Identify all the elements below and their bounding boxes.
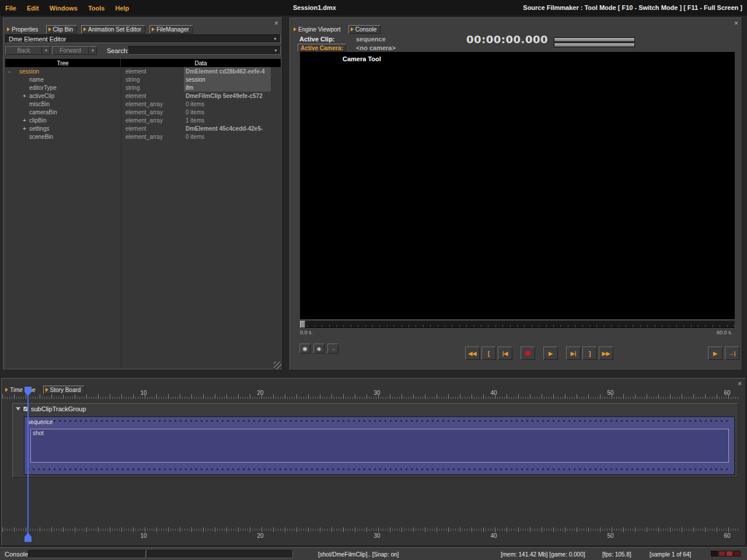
track-group-label: subClipTrackGroup xyxy=(31,405,86,412)
attr-value[interactable]: DmElement 45c4cedd-42e5- xyxy=(184,124,271,132)
tab-filemanager[interactable]: FileManager xyxy=(149,25,193,34)
mark-in-icon: [ xyxy=(488,350,490,357)
export-arrow-icon: → xyxy=(330,345,336,352)
attr-value[interactable]: 0 items xyxy=(184,132,271,141)
active-camera-button[interactable]: Active Camera: xyxy=(298,44,346,52)
active-clip-value[interactable]: sequence xyxy=(356,36,386,43)
scrubber-ticks xyxy=(300,325,735,327)
tab-properties[interactable]: Properties xyxy=(5,26,42,33)
collapse-icon[interactable]: - xyxy=(6,68,12,75)
search-input[interactable]: ▼ xyxy=(128,46,281,55)
console-input-secondary[interactable] xyxy=(147,550,293,558)
color-swatch[interactable] xyxy=(718,551,725,556)
attr-type: string xyxy=(121,75,184,83)
menu-tools[interactable]: Tools xyxy=(83,5,110,12)
arrow-to-end-icon: →| xyxy=(729,351,736,356)
resize-grip[interactable] xyxy=(274,362,281,369)
next-frame-button[interactable]: ▶| xyxy=(566,346,581,360)
color-swatch[interactable] xyxy=(726,551,733,556)
time-scrubber[interactable] xyxy=(300,321,735,328)
close-icon[interactable]: × xyxy=(734,20,738,27)
attr-type: element_array xyxy=(121,100,184,108)
snapshot-icon: ◉ xyxy=(302,345,308,352)
tab-animation-set-editor[interactable]: Animation Set Editor xyxy=(81,25,145,34)
go-to-start-button[interactable]: ◀◀ xyxy=(465,346,480,360)
table-row[interactable]: name string session xyxy=(5,75,281,83)
timeline-ruler-bottom[interactable]: 10 20 30 40 50 60 xyxy=(2,527,745,541)
console-input[interactable] xyxy=(28,550,146,558)
color-swatch[interactable] xyxy=(734,551,741,556)
back-button-label: Back xyxy=(6,47,41,54)
search-input-field[interactable] xyxy=(131,47,274,54)
active-camera-value[interactable]: <no camera> xyxy=(356,44,396,51)
column-divider xyxy=(121,67,121,368)
menu-edit[interactable]: Edit xyxy=(22,5,44,12)
record-button[interactable] xyxy=(521,346,535,360)
next-frame-icon: ▶| xyxy=(571,351,576,356)
attr-value[interactable]: 0 items xyxy=(184,100,271,108)
tab-marker-icon xyxy=(83,27,86,32)
tab-properties-label: Properties xyxy=(12,26,39,33)
expand-icon[interactable]: + xyxy=(22,117,27,124)
attr-value[interactable]: 0 items xyxy=(184,108,271,116)
go-to-end-button[interactable]: ▶▶ xyxy=(599,346,613,360)
collapse-triangle-icon[interactable] xyxy=(16,407,20,411)
table-row[interactable]: cameraBin element_array 0 items xyxy=(5,108,281,116)
menu-windows[interactable]: Windows xyxy=(44,5,83,12)
color-swatch[interactable] xyxy=(711,551,718,556)
attr-type: element xyxy=(121,124,184,132)
ruler-tick-label: 50 xyxy=(602,533,619,539)
table-row[interactable]: editorType string ifm xyxy=(5,83,281,92)
timeline-ruler-top[interactable]: 10 20 30 40 50 60 xyxy=(2,389,745,400)
data-column-header[interactable]: Data xyxy=(121,59,281,67)
jump-to-end-button[interactable]: →| xyxy=(725,346,739,360)
shot-clip[interactable]: shot xyxy=(30,429,729,463)
attr-value[interactable]: DmElement cd28b462-eefe-4 xyxy=(184,67,271,75)
attr-value[interactable]: 1 items xyxy=(184,116,271,124)
element-tree-table: Tree Data -session element DmElement cd2… xyxy=(5,59,281,368)
tree-node-label: activeClip xyxy=(29,93,54,99)
play-button[interactable]: ▶ xyxy=(543,346,558,360)
table-row[interactable]: sceneBin element_array 0 items xyxy=(5,132,281,141)
table-row[interactable]: -session element DmElement cd28b462-eefe… xyxy=(5,67,281,75)
console-input-field[interactable] xyxy=(29,551,145,558)
ruler-tick-label: 40 xyxy=(485,533,502,539)
mark-out-button[interactable]: ] xyxy=(582,346,597,360)
menu-help[interactable]: Help xyxy=(110,5,134,12)
editor-type-dropdown[interactable]: Dme Element Editor ▼ xyxy=(5,34,281,43)
tab-engine-viewport[interactable]: Engine Viewport xyxy=(292,26,344,33)
table-row[interactable]: +settings element DmElement 45c4cedd-42e… xyxy=(5,124,281,132)
menu-file[interactable]: File xyxy=(0,5,22,12)
attr-value[interactable]: DmeFilmClip 5ee49efe-c572 xyxy=(184,92,271,100)
tree-column-header[interactable]: Tree xyxy=(5,59,121,67)
forward-button[interactable]: Forward ▼ xyxy=(52,46,97,55)
sequence-clip[interactable]: sequence shot xyxy=(24,416,735,475)
export-button[interactable]: → xyxy=(327,344,338,354)
expand-icon[interactable]: + xyxy=(22,93,27,99)
console-input-secondary-field[interactable] xyxy=(148,551,292,558)
tree-node-label: miscBin xyxy=(29,101,50,107)
render-viewport[interactable]: Camera Tool xyxy=(300,52,735,319)
previous-frame-button[interactable]: |◀ xyxy=(498,346,512,360)
mark-in-button[interactable]: [ xyxy=(481,346,496,360)
play-secondary-button[interactable]: ▶ xyxy=(708,346,722,360)
scrubber-handle[interactable] xyxy=(300,321,305,328)
table-row[interactable]: miscBin element_array 0 items xyxy=(5,100,281,108)
expand-icon[interactable]: + xyxy=(22,125,27,132)
back-button[interactable]: Back ▼ xyxy=(5,46,50,55)
close-icon[interactable]: × xyxy=(738,380,742,387)
attr-value[interactable]: session xyxy=(184,75,271,83)
status-fps-text: [fps: 105.8] xyxy=(602,551,631,558)
tab-console[interactable]: Console xyxy=(348,25,381,34)
track-group-header[interactable]: ✓ subClipTrackGroup xyxy=(16,405,86,412)
tab-clip-bin[interactable]: Clip Bin xyxy=(46,25,77,34)
timeline-panel: × Time Line Story Board 10 20 30 40 50 6… xyxy=(1,378,746,546)
table-row[interactable]: +clipBin element_array 1 items xyxy=(5,116,281,124)
attr-value[interactable]: ifm xyxy=(184,83,271,92)
layers-button[interactable]: ◈ xyxy=(313,344,324,354)
track-group: ✓ subClipTrackGroup sequence shot xyxy=(12,403,738,478)
snapshot-button[interactable]: ◉ xyxy=(299,344,310,354)
tab-engine-viewport-label: Engine Viewport xyxy=(298,26,341,33)
close-icon[interactable]: × xyxy=(274,20,278,27)
table-row[interactable]: +activeClip element DmeFilmClip 5ee49efe… xyxy=(5,92,281,100)
